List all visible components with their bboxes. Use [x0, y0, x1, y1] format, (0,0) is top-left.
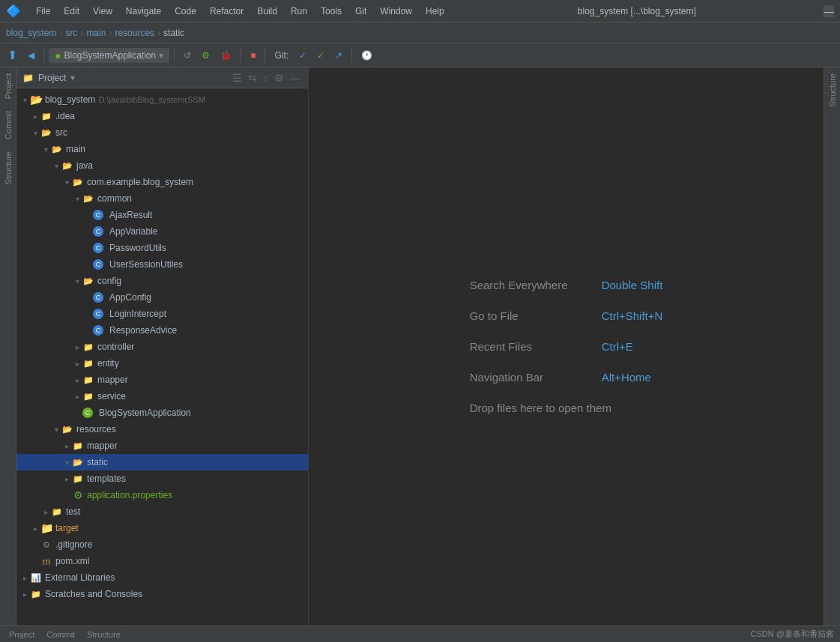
tree-item-blogsystemapp[interactable]: C BlogSystemApplication	[16, 405, 308, 421]
git-push-button[interactable]: ↗	[330, 48, 347, 63]
menu-refactor[interactable]: Refactor	[204, 4, 250, 18]
java-folder-icon: 📂	[61, 160, 73, 172]
tree-arrow-service	[72, 391, 82, 402]
bottom-structure-tab[interactable]: Structure	[84, 630, 124, 639]
vcs-add-button[interactable]: ⬆	[3, 46, 22, 64]
panel-actions: ☰ ⇆ ↕ ⚙ —	[231, 72, 302, 84]
bottom-project-tab[interactable]: Project	[6, 630, 37, 639]
appprops-spring-icon: ⚙	[72, 489, 84, 501]
tree-label-responseadvice: ResponseAdvice	[109, 325, 177, 336]
tree-label-loginintercept: LoginIntercept	[109, 309, 166, 319]
tree-item-config[interactable]: 📂 config	[16, 273, 308, 289]
tree-label-pom: pom.xml	[55, 556, 89, 566]
left-tab-project[interactable]: Project	[2, 67, 14, 105]
breadcrumb-src[interactable]: src	[65, 28, 77, 38]
minimize-button[interactable]: —	[824, 5, 834, 17]
tree-item-test[interactable]: 📁 test	[16, 503, 308, 520]
panel-settings-button[interactable]: ⚙	[273, 72, 285, 84]
menu-edit[interactable]: Edit	[58, 4, 85, 18]
tree-item-com[interactable]: 📂 com.example.blog_system	[16, 174, 308, 190]
menu-tools[interactable]: Tools	[315, 4, 348, 18]
menu-help[interactable]: Help	[420, 4, 450, 18]
tree-label-scratches: Scratches and Consoles	[45, 589, 142, 599]
tree-item-appprops[interactable]: ⚙ application.properties	[16, 487, 308, 503]
common-folder-icon: 📂	[82, 193, 94, 205]
menu-git[interactable]: Git	[349, 4, 372, 18]
toolbar-sep-5	[351, 48, 352, 63]
tree-item-entity[interactable]: 📁 entity	[16, 355, 308, 372]
back-button[interactable]: ◀	[23, 48, 39, 63]
tree-item-controller[interactable]: 📁 controller	[16, 339, 308, 355]
tree-item-ajaxresult[interactable]: C AjaxResult	[16, 207, 308, 223]
tree-item-appconfig[interactable]: C AppConfig	[16, 289, 308, 306]
left-tab-structure[interactable]: Structure	[2, 145, 14, 191]
breadcrumb-static[interactable]: static	[163, 28, 184, 38]
panel-sort-button[interactable]: ↕	[262, 72, 270, 84]
tree-item-common[interactable]: 📂 common	[16, 190, 308, 207]
rerun-button[interactable]: ↺	[179, 48, 196, 63]
tree-item-external-libs[interactable]: 📊 External Libraries	[16, 569, 308, 586]
tree-item-src[interactable]: 📂 src	[16, 124, 308, 141]
editor-area[interactable]: Search Everywhere Double Shift Go to Fil…	[309, 67, 824, 626]
tree-item-gitignore[interactable]: ⚙ .gitignore	[16, 536, 308, 553]
tree-item-responseadvice[interactable]: C ResponseAdvice	[16, 322, 308, 339]
git-check2-button[interactable]: ✓	[312, 48, 329, 63]
tree-item-blog-system[interactable]: 📂 blog_system D:\java\bit\Blog_system(SS…	[16, 91, 308, 108]
history-button[interactable]: 🕐	[357, 48, 377, 63]
tree-item-scratches[interactable]: 📁 Scratches and Consoles	[16, 586, 308, 602]
right-tab-structure[interactable]: Structure	[827, 67, 839, 113]
menu-run[interactable]: Run	[285, 4, 313, 18]
breadcrumb-main[interactable]: main	[86, 28, 106, 38]
com-folder-icon: 📂	[72, 176, 84, 188]
test-folder-icon: 📁	[51, 506, 63, 518]
panel-title-area: 📁 Project ▾	[22, 73, 75, 83]
tree-item-static[interactable]: 📂 static	[16, 454, 308, 470]
build-icon: ⚙	[202, 50, 210, 61]
tree-label-entity: entity	[97, 358, 119, 369]
tree-arrow-config	[72, 276, 82, 286]
run-config-selector[interactable]: ● BlogSystemApplication ▾	[49, 48, 169, 63]
breadcrumb-blog-system[interactable]: blog_system	[6, 28, 56, 38]
tree-item-passwordutils[interactable]: C PasswordUtils	[16, 240, 308, 256]
tree-item-pom[interactable]: m pom.xml	[16, 553, 308, 569]
menu-view[interactable]: View	[87, 4, 118, 18]
controller-folder-icon: 📁	[82, 341, 94, 353]
menu-build[interactable]: Build	[251, 4, 283, 18]
tree-item-java[interactable]: 📂 java	[16, 157, 308, 174]
git-check1-button[interactable]: ✓	[294, 48, 311, 63]
build-button[interactable]: ⚙	[197, 48, 214, 63]
breadcrumb-resources[interactable]: resources	[115, 28, 154, 38]
tree-item-mapper2[interactable]: 📁 mapper	[16, 437, 308, 454]
tree-arrow-static	[61, 457, 72, 467]
tree-label-usersessionutiles: UserSessionUtiles	[109, 259, 183, 270]
tree-label-mapper: mapper	[97, 375, 128, 385]
tree-item-usersessionutiles[interactable]: C UserSessionUtiles	[16, 256, 308, 273]
menu-navigate[interactable]: Navigate	[120, 4, 167, 18]
tree-arrow-src	[30, 127, 40, 138]
stop-button[interactable]: ■	[246, 48, 260, 63]
tree-label-appprops: application.properties	[87, 490, 172, 500]
tree-item-mapper[interactable]: 📁 mapper	[16, 372, 308, 388]
tree-item-target[interactable]: 📁 target	[16, 520, 308, 536]
panel-minimize-button[interactable]: —	[288, 72, 302, 84]
tree-item-loginintercept[interactable]: C LoginIntercept	[16, 306, 308, 322]
menu-code[interactable]: Code	[169, 4, 202, 18]
menu-window[interactable]: Window	[374, 4, 418, 18]
panel-title-dropdown-icon[interactable]: ▾	[70, 73, 75, 83]
mapper-folder-icon: 📁	[82, 374, 94, 386]
git-button[interactable]: Git:	[270, 48, 293, 63]
panel-collapse-all-button[interactable]: ☰	[231, 72, 244, 84]
tree-arrow-templates	[61, 473, 72, 484]
debug-button[interactable]: 🐞	[216, 48, 236, 63]
debug-icon: 🐞	[220, 50, 232, 61]
bottom-commit-tab[interactable]: Commit	[43, 630, 78, 639]
tree-item-idea[interactable]: 📁 .idea	[16, 108, 308, 124]
tree-item-main[interactable]: 📂 main	[16, 141, 308, 157]
menu-file[interactable]: File	[30, 4, 56, 18]
tree-item-templates[interactable]: 📁 templates	[16, 470, 308, 487]
panel-scroll-button[interactable]: ⇆	[247, 72, 259, 84]
tree-item-appvariable[interactable]: C AppVariable	[16, 223, 308, 240]
tree-item-service[interactable]: 📁 service	[16, 388, 308, 405]
left-tab-commit[interactable]: Commit	[2, 105, 14, 145]
tree-item-resources[interactable]: 📂 resources	[16, 421, 308, 437]
